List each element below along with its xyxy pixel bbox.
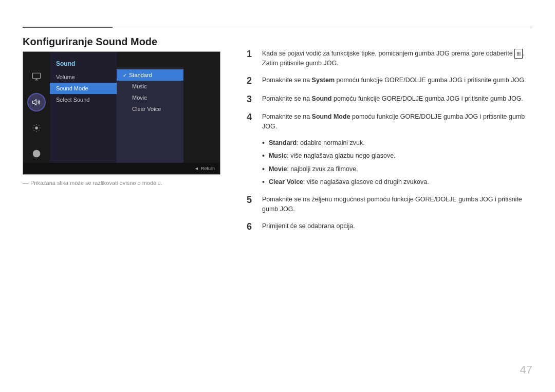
submenu-item-standard: ✓ Standard <box>117 69 183 81</box>
menu-panel: Sound Volume Sound Mode Select Sound <box>50 52 117 174</box>
step-2: 2 Pomaknite se na System pomoću funkcije… <box>247 76 532 87</box>
bullet-music: • Music: više naglašava glazbu nego glas… <box>262 152 532 161</box>
info-icon <box>27 144 46 163</box>
steps-section: 1 Kada se pojavi vodič za funkcijske tip… <box>247 49 532 239</box>
menu-item-select-sound: Select Sound <box>50 94 117 105</box>
return-label: Return <box>201 166 215 171</box>
sound-icon <box>27 93 46 111</box>
page-number: 47 <box>520 363 532 377</box>
menu-item-sound-mode: Sound Mode <box>50 83 117 94</box>
step-6: 6 Primijenit će se odabrana opcija. <box>247 221 532 233</box>
top-accent-line <box>23 27 113 28</box>
bullet-standard: • Standard: odabire normalni zvuk. <box>262 139 532 148</box>
return-arrow-icon: ◄ <box>194 166 199 171</box>
menu-title: Sound <box>50 57 117 71</box>
submenu-item-music: Music <box>117 81 183 92</box>
bullet-movie: • Movie: najbolji zvuk za filmove. <box>262 165 532 175</box>
menu-icon-inline: ⊞ <box>514 49 523 59</box>
page-title: Konfiguriranje Sound Mode <box>23 36 157 48</box>
submenu-item-clear-voice: Clear Voice <box>117 103 183 115</box>
step-1: 1 Kada se pojavi vodič za funkcijske tip… <box>247 49 532 68</box>
submenu-panel: ✓ Standard Music Movie Clear Voice <box>117 67 183 174</box>
bullet-clear-voice: • Clear Voice: više naglašava glasove od… <box>262 178 532 188</box>
note-text: ― Prikazana slika može se razlikovati ov… <box>23 180 162 186</box>
svg-marker-2 <box>33 100 36 105</box>
return-bar: ◄ Return <box>23 163 220 174</box>
step-5: 5 Pomaknite se na željenu mogućnost pomo… <box>247 195 532 214</box>
menu-item-volume: Volume <box>50 71 117 83</box>
bullets-container: • Standard: odabire normalni zvuk. • Mus… <box>262 139 532 188</box>
submenu-item-movie: Movie <box>117 92 183 103</box>
tv-screenshot: Sound Volume Sound Mode Select Sound ✓ S… <box>23 51 220 175</box>
monitor-icon <box>27 67 46 86</box>
settings-icon <box>27 119 46 137</box>
checkmark-icon: ✓ <box>123 72 127 78</box>
step-4: 4 Pomaknite se na Sound Mode pomoću funk… <box>247 112 532 132</box>
svg-point-3 <box>35 127 38 129</box>
icon-bar <box>23 52 50 174</box>
step-3: 3 Pomaknite se na Sound pomoću funkcije … <box>247 94 532 105</box>
svg-rect-0 <box>33 73 41 79</box>
